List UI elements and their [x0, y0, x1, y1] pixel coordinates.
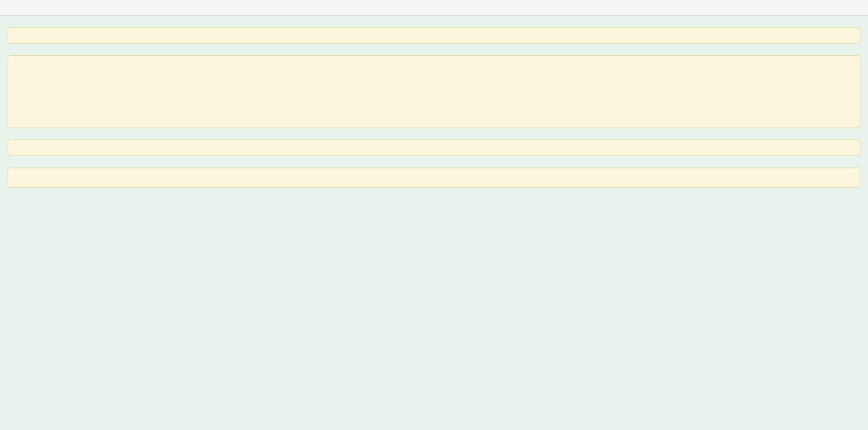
request-url-value: [8, 27, 860, 44]
top-nav: [0, 0, 868, 16]
main-content: [0, 27, 868, 200]
response-headers-value: [8, 167, 860, 188]
response-code-value: [8, 140, 860, 156]
redacted-value: [31, 93, 679, 107]
response-body-value: [8, 55, 860, 128]
